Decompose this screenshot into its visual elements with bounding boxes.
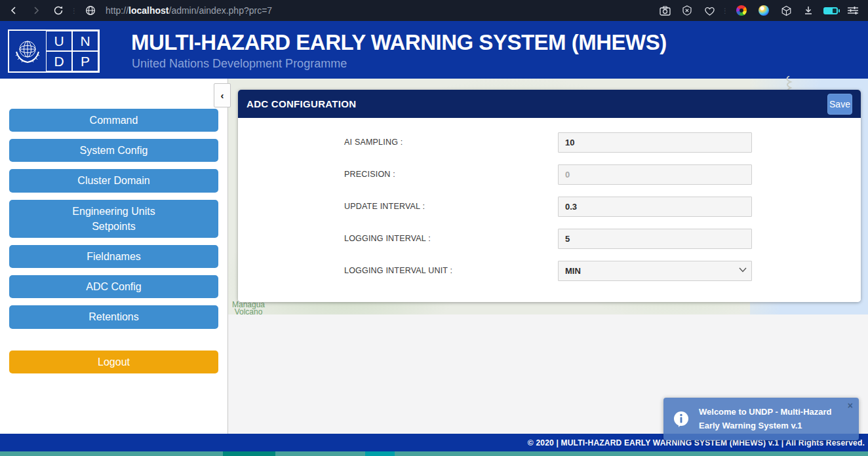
url-path: /admin/aindex.php?prc=7 — [169, 5, 273, 16]
forward-icon[interactable] — [28, 2, 45, 19]
precision-input — [558, 164, 752, 185]
precision-label: PRECISION : — [344, 170, 395, 179]
teal-segment-dark — [223, 451, 275, 456]
globe-icon — [82, 2, 99, 19]
sidebar-collapse-button[interactable]: ‹ — [214, 83, 231, 107]
adc-configuration-panel: ADC CONFIGURATION Save AI SAMPLING : PRE… — [238, 90, 861, 302]
url-host: localhost — [128, 5, 168, 16]
screenshot-camera-icon[interactable] — [656, 2, 673, 19]
ai-sampling-label: AI SAMPLING : — [344, 138, 403, 147]
ai-sampling-input[interactable] — [558, 132, 752, 153]
back-icon[interactable] — [5, 2, 22, 19]
undp-letter-grid: U N D P — [46, 31, 98, 71]
form-row-logging-interval-unit: LOGGING INTERVAL UNIT : MIN — [238, 261, 861, 293]
logo-letter: P — [72, 51, 98, 71]
panel-header: ADC CONFIGURATION Save — [238, 90, 861, 118]
extension-sphere-icon[interactable] — [755, 2, 772, 19]
panel-title: ADC CONFIGURATION — [247, 98, 356, 109]
bookmark-heart-icon[interactable] — [701, 2, 718, 19]
un-emblem-icon — [9, 31, 46, 71]
url-scheme: http:// — [106, 5, 128, 16]
app-header: U N D P MULTI-HAZARD EARLY WARNING SYSTE… — [0, 21, 868, 79]
content-area: ManaguaVolcano Command System Config Clu… — [0, 79, 868, 434]
form-row-ai-sampling: AI SAMPLING : — [238, 132, 861, 164]
logo-letter: D — [46, 51, 72, 71]
form-row-logging-interval: LOGGING INTERVAL : — [238, 229, 861, 261]
bottom-teal-strip — [0, 451, 868, 456]
update-interval-input[interactable] — [558, 197, 752, 217]
welcome-toast: Welcome to UNDP - Multi-Hazard Early War… — [663, 398, 859, 440]
save-button[interactable]: Save — [827, 94, 852, 115]
form-row-precision: PRECISION : — [238, 164, 861, 197]
separator-dots-icon: ⋮ — [722, 7, 729, 14]
panel-body: AI SAMPLING : PRECISION : UPDATE INTERVA… — [238, 118, 861, 302]
logging-interval-label: LOGGING INTERVAL : — [344, 234, 431, 243]
sidebar-item-fieldnames[interactable]: Fieldnames — [9, 245, 218, 268]
sidebar: Command System Config Cluster Domain Eng… — [0, 79, 228, 434]
sidebar-item-retentions[interactable]: Retentions — [9, 305, 218, 328]
logging-interval-unit-label: LOGGING INTERVAL UNIT : — [344, 266, 452, 275]
logo-letter: U — [46, 31, 72, 51]
teal-segment-cyan — [365, 451, 395, 456]
sidebar-item-engineering-units-setpoints[interactable]: Engineering Units Setpoints — [9, 200, 218, 238]
sidebar-item-command[interactable]: Command — [9, 109, 218, 132]
separator-dots-icon: ⋮ — [71, 7, 78, 14]
sidebar-item-system-config[interactable]: System Config — [9, 139, 218, 162]
sidebar-item-adc-config[interactable]: ADC Config — [9, 275, 218, 298]
download-icon[interactable] — [800, 2, 817, 19]
battery-icon — [822, 2, 839, 19]
extension-colorwheel-icon[interactable] — [733, 2, 750, 19]
settings-sliders-icon[interactable] — [844, 2, 861, 19]
map-label-volcano: ManaguaVolcano — [228, 301, 269, 316]
sidebar-item-cluster-domain[interactable]: Cluster Domain — [9, 169, 218, 192]
undp-logo: U N D P — [8, 29, 100, 73]
logging-interval-unit-select[interactable]: MIN — [558, 261, 752, 281]
blocker-shield-icon[interactable] — [679, 2, 696, 19]
logging-interval-input[interactable] — [558, 229, 752, 249]
page-title: MULTI-HAZARD EARLY WARNING SYSTEM (MHEWS… — [131, 30, 667, 55]
page-subtitle: United Nations Development Programme — [132, 57, 347, 71]
form-row-update-interval: UPDATE INTERVAL : — [238, 197, 861, 229]
close-icon[interactable]: × — [848, 400, 853, 411]
reload-icon[interactable] — [50, 2, 67, 19]
package-cube-icon[interactable] — [778, 2, 795, 19]
logout-button[interactable]: Logout — [9, 351, 218, 373]
browser-bar: ⋮ http://localhost/admin/aindex.php?prc=… — [0, 0, 868, 21]
logo-letter: N — [72, 31, 98, 51]
info-icon — [671, 409, 691, 429]
update-interval-label: UPDATE INTERVAL : — [344, 202, 425, 211]
url-bar[interactable]: http://localhost/admin/aindex.php?prc=7 — [106, 5, 272, 16]
toast-message: Welcome to UNDP - Multi-Hazard Early War… — [699, 406, 851, 432]
chevron-left-icon: ‹ — [221, 90, 224, 101]
